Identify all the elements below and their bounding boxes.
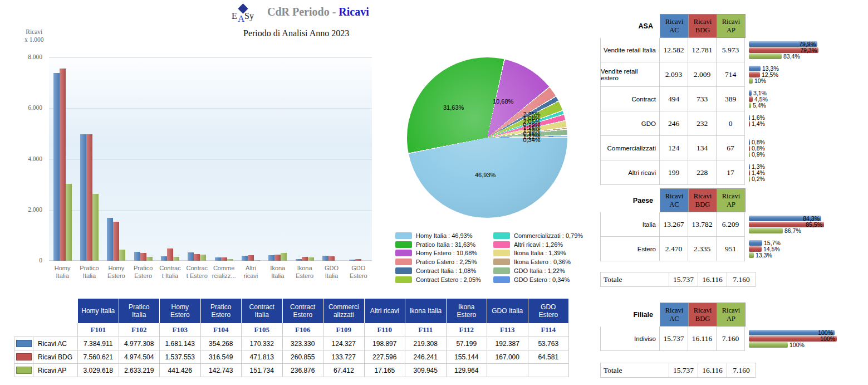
page-title-prefix: CdR Periodo - [267, 6, 339, 18]
x-axis-label: HomyEstero [103, 264, 130, 280]
mini-bar-slot: 100% [749, 336, 868, 342]
header-line: Contract [283, 303, 323, 311]
x-axis-label-line: Estero [291, 272, 318, 280]
mini-bar-group: 79,9%79,3%83,4% [749, 38, 868, 62]
bar-group-4 [156, 57, 183, 261]
cdr-ricavi-dashboard: E A Sy CdR Periodo - Ricavi Periodo di A… [0, 0, 868, 385]
legend-label: Homy Italia : 46,93% [416, 232, 473, 239]
column-header-line: BDG [695, 315, 710, 323]
legend-swatch [493, 259, 510, 265]
totale-value: 16.116 [698, 272, 727, 286]
detail-value-cell: 3.029.618 [77, 363, 119, 377]
value-cell: 714 [716, 62, 745, 87]
value-cell: 124 [659, 136, 688, 160]
detail-value-cell: 354.268 [200, 337, 242, 350]
mini-bar-slot: 12,5% [749, 72, 868, 78]
column-code: F112 [446, 323, 488, 337]
mini-bar-label: 0,2% [752, 176, 765, 182]
x-axis-label-line: GDO [345, 264, 372, 272]
easy-logo: E A Sy [230, 4, 266, 27]
column-header-line: AP [727, 26, 735, 35]
column-code: F110 [364, 323, 406, 337]
mini-bar-slot: 1,3% [749, 164, 868, 170]
mini-bar-group: 13,3%12,5%10% [749, 62, 868, 87]
side-table-filiale: FilialeRicaviACRicaviBDGRicaviAPIndiviso… [600, 303, 868, 351]
detail-code-row: F101F102F103F104F105F106F109F110F111F112… [14, 323, 569, 337]
bar-ap [66, 184, 72, 261]
detail-value-cell: 441.426 [159, 363, 201, 377]
legend-item: Commercializzati : 0,79% [493, 231, 588, 240]
column-header-line: AP [727, 315, 735, 323]
bar-ap [254, 260, 260, 261]
value-cell: 2.335 [688, 237, 717, 261]
mini-bar-ac [749, 66, 761, 71]
legend-item: Altri ricavi : 1,26% [493, 240, 588, 249]
detail-value-cell: 17.165 [364, 363, 406, 377]
mini-bar-label: 1,6% [752, 115, 765, 120]
page-title: CdR Periodo - Ricavi [267, 6, 369, 18]
legend-label: GDO Italia : 1,22% [514, 267, 565, 274]
detail-header-row: Homy ItaliaPraticoItaliaHomyEsteroPratic… [14, 299, 569, 323]
x-axis-labels: HomyItaliaPraticoItaliaHomyEsteroPratico… [49, 264, 372, 280]
header-line: Pratico [201, 303, 242, 311]
detail-column-header-F111: Ikona Italia [405, 299, 447, 323]
detail-value-cell: 4.974.504 [119, 350, 160, 364]
row-label: Italia [600, 212, 660, 237]
mini-bar-label: 14,5% [763, 246, 780, 252]
detail-data-row: Ricavi BDG7.560.6214.974.5041.537.553316… [14, 350, 569, 364]
mini-bar-ap [749, 103, 751, 108]
column-code: F104 [200, 323, 242, 337]
y-axis-title-line: Ricavi [26, 28, 42, 35]
legend-swatch [395, 241, 412, 248]
series-swatch [16, 353, 32, 360]
x-axis-label-line: GDO [318, 264, 345, 272]
mini-bar-slot: 0,8% [749, 139, 868, 145]
column-header-line: Ricavi [694, 18, 712, 26]
column-code: F105 [241, 323, 283, 337]
mini-bar-ac [749, 115, 750, 120]
mini-bar-label: 100% [820, 336, 835, 342]
detail-column-header-F112: IkonaEstero [447, 299, 488, 323]
bar-bdg [221, 257, 227, 261]
value-cell: 12.781 [688, 38, 717, 62]
bar-ac [322, 256, 328, 261]
pie-legend: Homy Italia : 46,93%Pratico Italia : 31,… [395, 231, 588, 284]
bar-bdg [60, 69, 66, 261]
mini-bar-ac [749, 139, 750, 145]
value-cell: 5.973 [716, 38, 745, 62]
value-cell: 16.116 [688, 326, 717, 351]
mini-bar-ac [749, 164, 750, 169]
mini-bar-group: 100%100%100% [749, 326, 868, 351]
mini-bar-slot: 0,2% [749, 176, 868, 182]
mini-bar-slot: 0,8% [749, 145, 868, 152]
detail-value-cell: 219.308 [405, 337, 447, 350]
bar-ac [215, 257, 221, 261]
detail-value-cell: 236.876 [282, 363, 324, 377]
x-axis-label: Commercializz... [210, 264, 237, 280]
column-code: F111 [405, 323, 447, 337]
mini-bar-slot: 5,4% [749, 103, 868, 109]
table-title: Filiale [600, 303, 660, 326]
totale-row: Totale15.73716.1167.160 [600, 272, 756, 287]
y-axis-title: Ricavi x 1.000 [24, 28, 44, 43]
logo-letter: A [238, 13, 244, 25]
header-line: Altri ricavi [365, 307, 405, 315]
mini-bar-slot: 13,3% [749, 66, 868, 72]
totale-value: 15.737 [669, 363, 698, 377]
bar-group-1 [76, 57, 102, 261]
series-label: Ricavi BDG [33, 350, 78, 364]
mini-bar-label: 79,9% [799, 41, 816, 47]
detail-column-header-F105: ContractItalia [242, 299, 283, 323]
column-header-ac: RicaviAC [660, 303, 689, 326]
bar-ac [80, 134, 86, 261]
legend-item: Homy Estero : 10,68% [395, 249, 493, 258]
totale-value: 7.160 [727, 272, 756, 286]
value-cell: 67 [716, 136, 745, 160]
header-line: Contract [242, 303, 282, 311]
mini-bar-slot: 13,3% [749, 252, 868, 259]
detail-value-cell [528, 363, 570, 377]
bar-bdg [248, 255, 254, 261]
detail-value-cell: 309.945 [405, 363, 447, 377]
x-axis-label: PraticoEstero [130, 264, 156, 280]
x-axis-label: Contract Italia [156, 264, 183, 280]
